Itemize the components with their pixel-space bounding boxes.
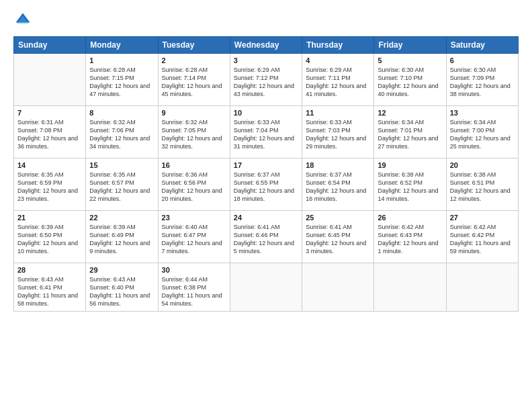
header-saturday: Saturday: [446, 37, 518, 54]
header-monday: Monday: [86, 37, 158, 54]
day-info: Sunrise: 6:29 AM Sunset: 7:11 PM Dayligh…: [306, 66, 370, 99]
day-info: Sunrise: 6:41 AM Sunset: 6:46 PM Dayligh…: [234, 223, 298, 256]
calendar-cell: 27Sunrise: 6:42 AM Sunset: 6:42 PM Dayli…: [446, 211, 518, 263]
day-number: 26: [378, 214, 442, 222]
day-number: 22: [89, 214, 154, 222]
day-number: 19: [378, 161, 442, 169]
calendar-cell: 15Sunrise: 6:35 AM Sunset: 6:57 PM Dayli…: [86, 158, 158, 211]
day-info: Sunrise: 6:37 AM Sunset: 6:54 PM Dayligh…: [306, 171, 370, 203]
day-info: Sunrise: 6:38 AM Sunset: 6:52 PM Dayligh…: [378, 171, 442, 203]
day-number: 8: [89, 109, 154, 117]
day-number: 27: [450, 214, 515, 222]
day-info: Sunrise: 6:30 AM Sunset: 7:10 PM Dayligh…: [378, 66, 442, 99]
day-number: 29: [89, 266, 154, 274]
day-info: Sunrise: 6:32 AM Sunset: 7:06 PM Dayligh…: [89, 118, 154, 151]
logo: [13, 11, 35, 30]
calendar-cell: 3Sunrise: 6:29 AM Sunset: 7:12 PM Daylig…: [230, 54, 302, 106]
calendar-cell: 21Sunrise: 6:39 AM Sunset: 6:50 PM Dayli…: [14, 211, 86, 263]
calendar-cell: 9Sunrise: 6:32 AM Sunset: 7:05 PM Daylig…: [158, 106, 230, 158]
calendar-cell: 30Sunrise: 6:44 AM Sunset: 6:38 PM Dayli…: [158, 263, 230, 312]
day-number: 17: [234, 161, 298, 169]
day-number: 11: [306, 109, 370, 117]
day-info: Sunrise: 6:43 AM Sunset: 6:40 PM Dayligh…: [89, 275, 154, 308]
day-info: Sunrise: 6:33 AM Sunset: 7:03 PM Dayligh…: [306, 118, 370, 151]
calendar-cell: 2Sunrise: 6:28 AM Sunset: 7:14 PM Daylig…: [158, 54, 230, 106]
header-tuesday: Tuesday: [158, 37, 230, 54]
day-info: Sunrise: 6:39 AM Sunset: 6:49 PM Dayligh…: [89, 223, 154, 256]
header: [13, 11, 519, 30]
day-number: 13: [450, 109, 515, 117]
day-info: Sunrise: 6:36 AM Sunset: 6:56 PM Dayligh…: [162, 171, 226, 203]
day-number: 15: [89, 161, 154, 169]
calendar-cell: 11Sunrise: 6:33 AM Sunset: 7:03 PM Dayli…: [302, 106, 374, 158]
day-info: Sunrise: 6:30 AM Sunset: 7:09 PM Dayligh…: [450, 66, 515, 99]
day-info: Sunrise: 6:43 AM Sunset: 6:41 PM Dayligh…: [17, 275, 82, 308]
calendar-cell: 4Sunrise: 6:29 AM Sunset: 7:11 PM Daylig…: [302, 54, 374, 106]
day-info: Sunrise: 6:44 AM Sunset: 6:38 PM Dayligh…: [162, 275, 226, 308]
day-number: 12: [378, 109, 442, 117]
header-wednesday: Wednesday: [230, 37, 302, 54]
calendar-cell: 10Sunrise: 6:33 AM Sunset: 7:04 PM Dayli…: [230, 106, 302, 158]
calendar-cell: [302, 263, 374, 312]
day-number: 16: [162, 161, 226, 169]
calendar-cell: 5Sunrise: 6:30 AM Sunset: 7:10 PM Daylig…: [374, 54, 446, 106]
day-info: Sunrise: 6:37 AM Sunset: 6:55 PM Dayligh…: [234, 171, 298, 203]
day-number: 30: [162, 266, 226, 274]
calendar-cell: 6Sunrise: 6:30 AM Sunset: 7:09 PM Daylig…: [446, 54, 518, 106]
day-info: Sunrise: 6:38 AM Sunset: 6:51 PM Dayligh…: [450, 171, 515, 203]
calendar-header-row: Sunday Monday Tuesday Wednesday Thursday…: [14, 37, 519, 54]
day-info: Sunrise: 6:35 AM Sunset: 6:59 PM Dayligh…: [17, 171, 82, 203]
day-info: Sunrise: 6:40 AM Sunset: 6:47 PM Dayligh…: [162, 223, 226, 256]
calendar-cell: 24Sunrise: 6:41 AM Sunset: 6:46 PM Dayli…: [230, 211, 302, 263]
calendar-cell: 22Sunrise: 6:39 AM Sunset: 6:49 PM Dayli…: [86, 211, 158, 263]
calendar-cell: 8Sunrise: 6:32 AM Sunset: 7:06 PM Daylig…: [86, 106, 158, 158]
header-thursday: Thursday: [302, 37, 374, 54]
day-info: Sunrise: 6:34 AM Sunset: 7:00 PM Dayligh…: [450, 118, 515, 151]
day-number: 7: [17, 109, 82, 117]
day-info: Sunrise: 6:29 AM Sunset: 7:12 PM Dayligh…: [234, 66, 298, 99]
calendar-cell: 12Sunrise: 6:34 AM Sunset: 7:01 PM Dayli…: [374, 106, 446, 158]
calendar-cell: 29Sunrise: 6:43 AM Sunset: 6:40 PM Dayli…: [86, 263, 158, 312]
day-number: 3: [234, 56, 298, 64]
page: Sunday Monday Tuesday Wednesday Thursday…: [0, 0, 532, 411]
day-info: Sunrise: 6:31 AM Sunset: 7:08 PM Dayligh…: [17, 118, 82, 151]
day-number: 6: [450, 56, 515, 64]
day-info: Sunrise: 6:35 AM Sunset: 6:57 PM Dayligh…: [89, 171, 154, 203]
day-info: Sunrise: 6:28 AM Sunset: 7:14 PM Dayligh…: [162, 66, 226, 99]
day-number: 25: [306, 214, 370, 222]
day-number: 2: [162, 56, 226, 64]
day-info: Sunrise: 6:28 AM Sunset: 7:15 PM Dayligh…: [89, 66, 154, 99]
header-sunday: Sunday: [14, 37, 86, 54]
day-number: 28: [17, 266, 82, 274]
logo-icon: [13, 11, 32, 30]
calendar-cell: 28Sunrise: 6:43 AM Sunset: 6:41 PM Dayli…: [14, 263, 86, 312]
calendar-cell: [446, 263, 518, 312]
day-number: 20: [450, 161, 515, 169]
day-info: Sunrise: 6:39 AM Sunset: 6:50 PM Dayligh…: [17, 223, 82, 256]
calendar-cell: 16Sunrise: 6:36 AM Sunset: 6:56 PM Dayli…: [158, 158, 230, 211]
calendar-cell: [14, 54, 86, 106]
calendar-table: Sunday Monday Tuesday Wednesday Thursday…: [13, 36, 519, 312]
day-info: Sunrise: 6:42 AM Sunset: 6:43 PM Dayligh…: [378, 223, 442, 256]
calendar-cell: 25Sunrise: 6:41 AM Sunset: 6:45 PM Dayli…: [302, 211, 374, 263]
calendar-cell: 17Sunrise: 6:37 AM Sunset: 6:55 PM Dayli…: [230, 158, 302, 211]
day-number: 4: [306, 56, 370, 64]
day-number: 5: [378, 56, 442, 64]
calendar-cell: 18Sunrise: 6:37 AM Sunset: 6:54 PM Dayli…: [302, 158, 374, 211]
day-number: 23: [162, 214, 226, 222]
calendar-cell: 19Sunrise: 6:38 AM Sunset: 6:52 PM Dayli…: [374, 158, 446, 211]
day-number: 1: [89, 56, 154, 64]
calendar-cell: [374, 263, 446, 312]
calendar-cell: 14Sunrise: 6:35 AM Sunset: 6:59 PM Dayli…: [14, 158, 86, 211]
calendar-cell: 26Sunrise: 6:42 AM Sunset: 6:43 PM Dayli…: [374, 211, 446, 263]
day-info: Sunrise: 6:33 AM Sunset: 7:04 PM Dayligh…: [234, 118, 298, 151]
calendar-cell: 13Sunrise: 6:34 AM Sunset: 7:00 PM Dayli…: [446, 106, 518, 158]
calendar-cell: 7Sunrise: 6:31 AM Sunset: 7:08 PM Daylig…: [14, 106, 86, 158]
day-info: Sunrise: 6:41 AM Sunset: 6:45 PM Dayligh…: [306, 223, 370, 256]
header-friday: Friday: [374, 37, 446, 54]
calendar-cell: 1Sunrise: 6:28 AM Sunset: 7:15 PM Daylig…: [86, 54, 158, 106]
day-number: 9: [162, 109, 226, 117]
day-number: 21: [17, 214, 82, 222]
day-info: Sunrise: 6:34 AM Sunset: 7:01 PM Dayligh…: [378, 118, 442, 151]
calendar-cell: 23Sunrise: 6:40 AM Sunset: 6:47 PM Dayli…: [158, 211, 230, 263]
